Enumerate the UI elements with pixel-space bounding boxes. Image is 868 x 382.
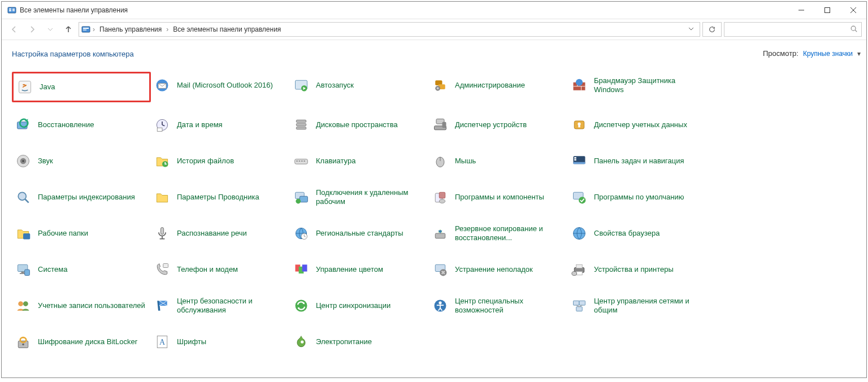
cp-item-mail[interactable]: Mail (Microsoft Outlook 2016) xyxy=(151,72,290,99)
creds-icon xyxy=(570,116,588,134)
svg-point-89 xyxy=(572,272,577,276)
forward-button[interactable] xyxy=(24,21,40,37)
cp-item-bitlocker[interactable]: Шифрование диска BitLocker xyxy=(12,328,151,355)
svg-rect-21 xyxy=(437,88,439,90)
address-bar[interactable]: › Панель управления › Все элементы панел… xyxy=(79,22,700,37)
address-dropdown[interactable] xyxy=(685,25,697,33)
cp-item-filehist[interactable]: История файлов xyxy=(151,147,290,175)
cp-item-label: Mail (Microsoft Outlook 2016) xyxy=(177,81,273,90)
cp-item-devmgr[interactable]: Диспетчер устройств xyxy=(429,111,568,138)
breadcrumb-root[interactable]: Панель управления xyxy=(97,25,164,33)
svg-rect-62 xyxy=(439,193,445,199)
cp-item-label: Панель задач и навигация xyxy=(594,157,684,166)
cp-item-network[interactable]: Центр управления сетями и общим xyxy=(568,292,707,319)
svg-rect-32 xyxy=(296,120,306,123)
back-button[interactable] xyxy=(6,21,22,37)
cp-item-label: Свойства браузера xyxy=(594,229,659,238)
cp-item-label: Устранение неполадок xyxy=(455,265,533,274)
cp-item-admin[interactable]: Администрирование xyxy=(429,72,568,99)
refresh-button[interactable] xyxy=(702,22,722,37)
fonts-icon: A xyxy=(153,333,171,351)
cp-item-label: Параметры Проводника xyxy=(177,193,259,202)
up-button[interactable] xyxy=(60,21,76,37)
cp-item-label: Восстановление xyxy=(38,120,94,129)
cp-item-keyboard[interactable]: Клавиатура xyxy=(290,147,429,175)
history-dropdown[interactable] xyxy=(42,21,58,37)
page-title: Настройка параметров компьютера xyxy=(12,50,134,58)
search-input[interactable] xyxy=(728,25,850,34)
svg-point-63 xyxy=(439,199,445,203)
maximize-button[interactable] xyxy=(814,2,840,19)
cp-item-label: Дисковые пространства xyxy=(316,120,398,129)
cp-item-fonts[interactable]: AШрифты xyxy=(151,328,290,355)
chevron-down-icon: ▾ xyxy=(857,50,861,58)
cp-item-workfolders[interactable]: Рабочие папки xyxy=(12,220,151,247)
svg-rect-47 xyxy=(299,160,301,162)
trouble-icon xyxy=(431,261,449,279)
svg-rect-101 xyxy=(20,337,27,342)
cp-item-color[interactable]: Управление цветом xyxy=(290,256,429,283)
svg-point-91 xyxy=(23,301,28,306)
cp-item-defaults[interactable]: Программы по умолчанию xyxy=(568,184,707,211)
svg-rect-77 xyxy=(21,272,24,274)
cp-item-access[interactable]: Центр специальных возможностей xyxy=(429,292,568,319)
svg-rect-95 xyxy=(574,301,580,306)
cp-item-system[interactable]: Система xyxy=(12,256,151,283)
svg-rect-87 xyxy=(576,265,583,268)
cp-item-java[interactable]: Java xyxy=(12,72,151,102)
svg-point-65 xyxy=(579,197,585,203)
svg-point-56 xyxy=(18,193,26,201)
cp-item-creds[interactable]: Диспетчер учетных данных xyxy=(568,111,707,138)
cp-item-browser[interactable]: Свойства браузера xyxy=(568,220,707,247)
cp-item-clock[interactable]: Дата и время xyxy=(151,111,290,138)
cp-item-programs[interactable]: Программы и компоненты xyxy=(429,184,568,211)
nav-bar: › Панель управления › Все элементы панел… xyxy=(2,19,866,40)
svg-rect-88 xyxy=(576,272,583,275)
cp-item-label: Телефон и модем xyxy=(177,265,238,274)
cp-item-region[interactable]: Региональные стандарты xyxy=(290,220,429,247)
mouse-icon xyxy=(431,152,449,170)
svg-rect-74 xyxy=(435,233,445,238)
cp-item-label: Рабочие папки xyxy=(38,229,88,238)
cp-item-sound[interactable]: Звук xyxy=(12,147,151,175)
breadcrumb-current[interactable]: Все элементы панели управления xyxy=(171,25,283,33)
cp-item-label: Мышь xyxy=(455,157,476,166)
system-icon xyxy=(14,261,32,279)
minimize-button[interactable] xyxy=(788,2,814,19)
cp-item-label: Администрирование xyxy=(455,81,525,90)
cp-item-backup[interactable]: Резервное копирование и восстановлени... xyxy=(429,220,568,247)
cp-item-drives[interactable]: Дисковые пространства xyxy=(290,111,429,138)
cp-item-label: Программы и компоненты xyxy=(455,193,544,202)
search-box[interactable] xyxy=(724,22,862,37)
cp-item-folder[interactable]: Параметры Проводника xyxy=(151,184,290,211)
cp-item-speech[interactable]: Распознавание речи xyxy=(151,220,290,247)
cp-item-label: Учетные записи пользователей xyxy=(38,301,145,310)
cp-item-indexing[interactable]: Параметры индексирования xyxy=(12,184,151,211)
cp-item-autorun[interactable]: Автозапуск xyxy=(290,72,429,99)
cp-item-security[interactable]: Центр безопасности и обслуживания xyxy=(151,292,290,319)
svg-text:A: A xyxy=(159,338,166,347)
cp-item-power[interactable]: Электропитание xyxy=(290,328,429,355)
cp-item-printers[interactable]: Устройства и принтеры xyxy=(568,256,707,283)
view-selector[interactable]: Просмотр: Крупные значки ▾ xyxy=(763,49,861,58)
cp-item-mouse[interactable]: Мышь xyxy=(429,147,568,175)
keyboard-icon xyxy=(292,152,310,170)
region-icon xyxy=(292,224,310,242)
svg-rect-54 xyxy=(574,157,576,159)
cp-item-remote[interactable]: Подключения к удаленным рабочим xyxy=(290,184,429,211)
cp-item-label: Диспетчер учетных данных xyxy=(594,120,687,129)
cp-item-label: Клавиатура xyxy=(316,157,355,166)
close-button[interactable] xyxy=(840,2,866,19)
svg-rect-2 xyxy=(9,10,11,11)
cp-item-taskbar[interactable]: Панель задач и навигация xyxy=(568,147,707,175)
cp-item-restore[interactable]: Восстановление xyxy=(12,111,151,138)
cp-item-firewall[interactable]: Брандмауэр Защитника Windows xyxy=(568,72,707,99)
svg-rect-83 xyxy=(302,265,307,272)
cp-item-sync[interactable]: Центр синхронизации xyxy=(290,292,429,319)
cp-item-users[interactable]: Учетные записи пользователей xyxy=(12,292,151,319)
cp-item-trouble[interactable]: Устранение неполадок xyxy=(429,256,568,283)
cp-item-label: Центр управления сетями и общим xyxy=(594,297,705,315)
cp-item-label: Система xyxy=(38,265,67,274)
cp-item-phone[interactable]: Телефон и модем xyxy=(151,256,290,283)
cp-item-label: Шрифты xyxy=(177,337,206,346)
